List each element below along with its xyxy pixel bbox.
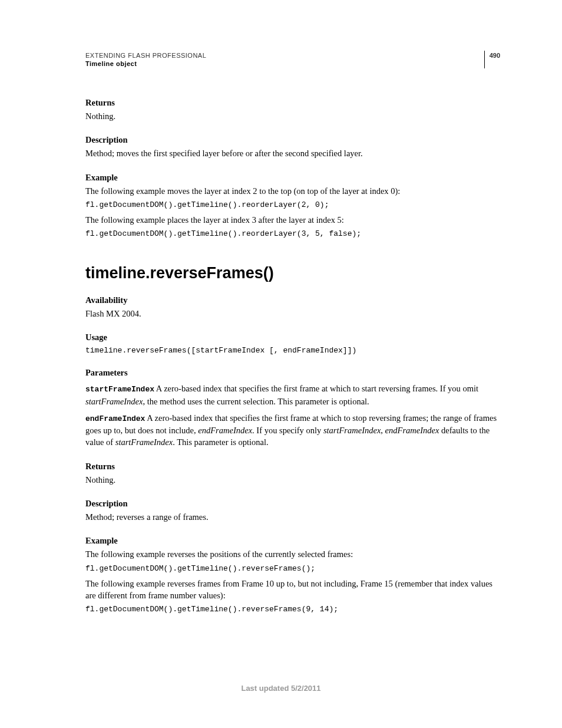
description-text: Method; moves the first specified layer … [85,147,500,159]
availability-label: Availability [85,295,500,305]
param-endframeindex: endFrameIndex A zero-based index that sp… [85,412,500,449]
page-header: EXTENDING FLASH PROFESSIONAL Timeline ob… [85,52,500,68]
param1-ital: startFrameIndex [85,397,143,406]
param-name-2: endFrameIndex [85,414,145,423]
code-block-1: fl.getDocumentDOM().getTimeline().reorde… [85,200,500,209]
page-number-wrap: 490 [484,52,500,68]
usage-code: timeline.reverseFrames([startFrameIndex … [85,346,500,355]
page-number-divider [484,51,485,68]
param-startframeindex: startFrameIndex A zero-based index that … [85,383,500,407]
example2-intro-2: The following example reverses frames fr… [85,578,500,602]
returns-label: Returns [85,98,500,108]
description-label: Description [85,135,500,145]
page-footer: Last updated 5/2/2011 [0,684,562,693]
example-intro-2: The following example places the layer a… [85,214,500,226]
example-label-2: Example [85,536,500,546]
code-block-3: fl.getDocumentDOM().getTimeline().revers… [85,564,500,573]
param2-text-c: , [381,426,385,435]
example2-intro-1: The following example reverses the posit… [85,548,500,560]
example-label: Example [85,173,500,183]
param2-ital3: endFrameIndex [385,426,439,435]
header-subtitle: Timeline object [85,60,206,67]
page-content: EXTENDING FLASH PROFESSIONAL Timeline ob… [0,0,562,614]
code-block-2: fl.getDocumentDOM().getTimeline().reorde… [85,229,500,238]
returns-text-2: Nothing. [85,474,500,486]
code-block-4: fl.getDocumentDOM().getTimeline().revers… [85,605,500,614]
param1-text-a: A zero-based index that specifies the fi… [154,384,478,393]
description-text-2: Method; reverses a range of frames. [85,511,500,523]
returns-label-2: Returns [85,462,500,472]
header-title: EXTENDING FLASH PROFESSIONAL [85,52,206,59]
param2-ital4: startFrameIndex [115,437,173,447]
param2-text-b: . If you specify only [252,426,323,435]
param2-ital1: endFrameIndex [198,426,252,435]
param2-ital2: startFrameIndex [323,426,381,435]
description-label-2: Description [85,499,500,509]
example-intro-1: The following example moves the layer at… [85,185,500,197]
method-heading: timeline.reverseFrames() [85,264,500,282]
param-name-1: startFrameIndex [85,385,154,394]
param2-text-e: . This parameter is optional. [173,437,268,447]
usage-label: Usage [85,332,500,342]
header-left: EXTENDING FLASH PROFESSIONAL Timeline ob… [85,52,206,67]
param1-text-b: , the method uses the current selection.… [143,397,369,406]
returns-text: Nothing. [85,110,500,122]
parameters-label: Parameters [85,368,500,378]
availability-text: Flash MX 2004. [85,308,500,319]
page-number: 490 [490,52,500,59]
